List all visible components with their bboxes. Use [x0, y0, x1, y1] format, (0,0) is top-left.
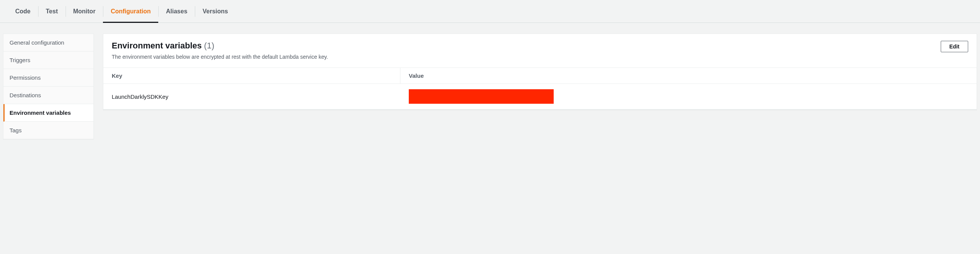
sidebar-item-permissions[interactable]: Permissions	[3, 69, 93, 87]
table-header-value: Value	[400, 68, 977, 84]
configuration-sidebar: General configuration Triggers Permissio…	[3, 34, 94, 140]
sidebar-item-destinations[interactable]: Destinations	[3, 87, 93, 104]
panel-title-text: Environment variables	[112, 41, 202, 50]
redacted-value	[409, 89, 554, 104]
env-var-value-cell	[400, 84, 977, 109]
panel-title-count: (1)	[204, 41, 214, 50]
table-row: LaunchDarklySDKKey	[103, 84, 977, 109]
top-tabs: Code Test Monitor Configuration Aliases …	[0, 0, 980, 23]
sidebar-item-tags[interactable]: Tags	[3, 122, 93, 139]
tab-versions[interactable]: Versions	[195, 0, 236, 23]
env-vars-table: Key Value LaunchDarklySDKKey	[103, 68, 977, 109]
panel-title: Environment variables (1)	[112, 41, 328, 51]
sidebar-item-general-configuration[interactable]: General configuration	[3, 34, 93, 51]
env-var-key-cell: LaunchDarklySDKKey	[103, 84, 400, 109]
panel-title-wrap: Environment variables (1) The environmen…	[112, 41, 328, 60]
sidebar-item-environment-variables[interactable]: Environment variables	[3, 104, 93, 122]
environment-variables-panel: Environment variables (1) The environmen…	[103, 34, 977, 110]
tab-configuration[interactable]: Configuration	[103, 0, 158, 23]
table-header-key: Key	[103, 68, 400, 84]
panel-header: Environment variables (1) The environmen…	[103, 34, 977, 68]
layout: General configuration Triggers Permissio…	[0, 23, 980, 140]
tab-code[interactable]: Code	[8, 0, 38, 23]
edit-button[interactable]: Edit	[941, 41, 968, 52]
table-header-row: Key Value	[103, 68, 977, 84]
sidebar-item-triggers[interactable]: Triggers	[3, 51, 93, 69]
tab-test[interactable]: Test	[38, 0, 66, 23]
main-content: Environment variables (1) The environmen…	[103, 34, 977, 110]
tab-aliases[interactable]: Aliases	[158, 0, 195, 23]
tab-monitor[interactable]: Monitor	[66, 0, 103, 23]
panel-description: The environment variables below are encr…	[112, 54, 328, 60]
